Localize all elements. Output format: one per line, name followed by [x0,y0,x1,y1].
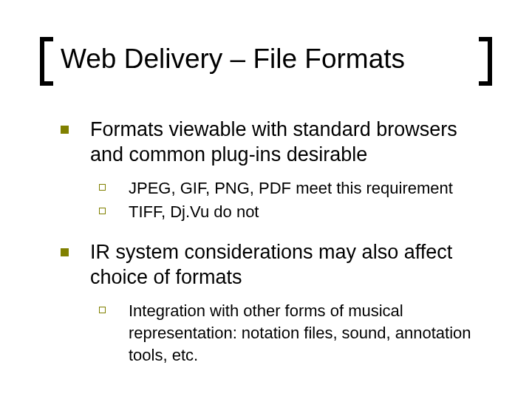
sub-bullet-text: Integration with other forms of musical … [129,301,471,364]
open-square-bullet-icon [99,184,106,191]
slide-title: Web Delivery – File Formats [61,43,405,75]
open-square-bullet-icon [99,307,106,313]
bullet-text: IR system considerations may also affect… [90,241,452,288]
square-bullet-icon [61,248,69,256]
bullet-text: Formats viewable with standard browsers … [90,118,457,166]
title-container: Web Delivery – File Formats [40,38,492,84]
sub-bullet-group: Integration with other forms of musical … [58,300,486,366]
sub-bullet-group: JPEG, GIF, PNG, PDF meet this requiremen… [58,177,486,223]
bracket-right-icon [479,37,492,86]
bullet-level1: Formats viewable with standard browsers … [58,117,486,167]
slide-body: Formats viewable with standard browsers … [58,117,486,383]
slide: Web Delivery – File Formats Formats view… [0,0,532,399]
sub-bullet-text: JPEG, GIF, PNG, PDF meet this requiremen… [129,179,453,197]
bullet-level1: IR system considerations may also affect… [58,239,486,290]
bullet-level2: JPEG, GIF, PNG, PDF meet this requiremen… [58,177,486,200]
bracket-left-icon [40,37,53,86]
bullet-level2: TIFF, Dj.Vu do not [58,201,486,223]
bullet-level2: Integration with other forms of musical … [58,300,486,366]
square-bullet-icon [61,126,69,134]
sub-bullet-text: TIFF, Dj.Vu do not [129,202,259,221]
open-square-bullet-icon [99,208,106,214]
